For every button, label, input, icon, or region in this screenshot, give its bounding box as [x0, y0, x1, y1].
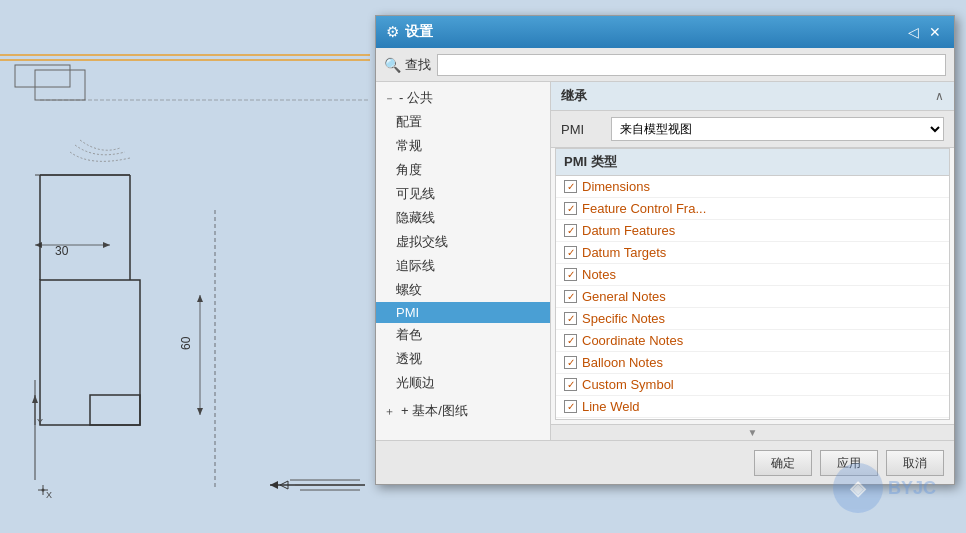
svg-marker-12: [197, 295, 203, 302]
dialog-title-buttons: ◁ ✕: [904, 23, 944, 41]
svg-text:X: X: [46, 490, 52, 500]
settings-dialog: ⚙ 设置 ◁ ✕ 🔍 查找 － - 公共 配置 常规: [375, 15, 955, 485]
expand-arrow[interactable]: ▼: [551, 424, 954, 440]
confirm-button[interactable]: 确定: [754, 450, 812, 476]
pmi-label: PMI: [561, 122, 601, 137]
tree-section-common-label: - 公共: [399, 89, 433, 107]
pmi-checkbox-datum-targets[interactable]: [564, 246, 577, 259]
tree-item-kejianxian[interactable]: 可见线: [376, 182, 550, 206]
svg-marker-8: [35, 242, 42, 248]
tree-item-peizhi[interactable]: 配置: [376, 110, 550, 134]
dialog-title: 设置: [405, 23, 433, 41]
pmi-item-dimensions[interactable]: Dimensions: [556, 176, 949, 198]
pmi-item-datum-features[interactable]: Datum Features: [556, 220, 949, 242]
gear-icon: ⚙: [386, 23, 399, 41]
pmi-checkbox-coordinate-notes[interactable]: [564, 334, 577, 347]
pmi-checkbox-notes[interactable]: [564, 268, 577, 281]
pmi-item-label-balloon-notes: Balloon Notes: [582, 355, 663, 370]
tree-item-luowen[interactable]: 螺纹: [376, 278, 550, 302]
tree-item-pmi[interactable]: PMI: [376, 302, 550, 323]
svg-text:Y: Y: [37, 417, 43, 427]
watermark-text: BYJC: [888, 478, 936, 499]
pmi-checkbox-general-notes[interactable]: [564, 290, 577, 303]
svg-marker-13: [197, 408, 203, 415]
tree-section-common[interactable]: － - 公共: [376, 86, 550, 110]
pmi-checkbox-dimensions[interactable]: [564, 180, 577, 193]
pmi-item-balloon-notes[interactable]: Balloon Notes: [556, 352, 949, 374]
dialog-content: － - 公共 配置 常规 角度 可见线 隐藏线 虚拟交线 追际: [376, 82, 954, 440]
svg-marker-9: [103, 242, 110, 248]
tree-item-zhuose[interactable]: 着色: [376, 323, 550, 347]
pmi-checkbox-feature-control[interactable]: [564, 202, 577, 215]
inherit-header[interactable]: 继承 ∧: [551, 82, 954, 111]
pmi-item-label-notes: Notes: [582, 267, 616, 282]
pmi-item-label-feature-control: Feature Control Fra...: [582, 201, 706, 216]
pmi-select[interactable]: 来自模型视图 全部 无: [611, 117, 944, 141]
tree-section-basic-label: + 基本/图纸: [401, 402, 468, 420]
tree-item-changgui[interactable]: 常规: [376, 134, 550, 158]
pmi-item-label-datum-targets: Datum Targets: [582, 245, 666, 260]
pmi-item-feature-control[interactable]: Feature Control Fra...: [556, 198, 949, 220]
svg-rect-15: [90, 395, 140, 425]
tree-item-jiaodu[interactable]: 角度: [376, 158, 550, 182]
pmi-item-label-dimensions: Dimensions: [582, 179, 650, 194]
pmi-item-custom-symbol[interactable]: Custom Symbol: [556, 374, 949, 396]
minus-icon: －: [384, 91, 395, 106]
svg-point-29: [42, 489, 45, 492]
svg-text:30: 30: [55, 244, 69, 258]
tree-panel: － - 公共 配置 常规 角度 可见线 隐藏线 虚拟交线 追际: [376, 82, 551, 440]
pmi-item-specific-notes[interactable]: Specific Notes: [556, 308, 949, 330]
watermark-circle: ◈: [833, 463, 883, 513]
search-bar: 🔍 查找: [376, 48, 954, 82]
tree-item-toushi[interactable]: 透视: [376, 347, 550, 371]
pmi-item-material-specification[interactable]: Material Specification: [556, 418, 949, 419]
dialog-titlebar: ⚙ 设置 ◁ ✕: [376, 16, 954, 48]
tree-item-xunijiaoxian[interactable]: 虚拟交线: [376, 230, 550, 254]
pmi-item-notes[interactable]: Notes: [556, 264, 949, 286]
svg-marker-31: [32, 395, 38, 403]
cad-drawing: 30 60 X: [0, 0, 370, 533]
search-input[interactable]: [437, 54, 946, 76]
watermark: ◈ BYJC: [833, 463, 936, 513]
search-label: 查找: [405, 56, 431, 74]
svg-rect-33: [15, 65, 70, 87]
inherit-section: 继承 ∧ PMI 来自模型视图 全部 无: [551, 82, 954, 148]
plus-icon: ＋: [384, 404, 395, 419]
pmi-item-label-datum-features: Datum Features: [582, 223, 675, 238]
pmi-item-line-weld[interactable]: Line Weld: [556, 396, 949, 418]
pmi-checkbox-datum-features[interactable]: [564, 224, 577, 237]
pmi-item-label-coordinate-notes: Coordinate Notes: [582, 333, 683, 348]
pmi-checkbox-line-weld[interactable]: [564, 400, 577, 413]
svg-rect-3: [35, 70, 85, 100]
svg-marker-24: [270, 481, 278, 489]
pmi-checkbox-balloon-notes[interactable]: [564, 356, 577, 369]
pmi-checkbox-custom-symbol[interactable]: [564, 378, 577, 391]
pmi-item-general-notes[interactable]: General Notes: [556, 286, 949, 308]
tree-section-basic[interactable]: ＋ + 基本/图纸: [376, 399, 550, 423]
tree-item-guangshunbian[interactable]: 光顺边: [376, 371, 550, 395]
pmi-item-label-custom-symbol: Custom Symbol: [582, 377, 674, 392]
svg-text:60: 60: [179, 336, 193, 350]
search-icon-container: 🔍 查找: [384, 56, 431, 74]
inherit-title: 继承: [561, 87, 587, 105]
tree-item-zhuijiхian[interactable]: 追际线: [376, 254, 550, 278]
tree-item-yincangxian[interactable]: 隐藏线: [376, 206, 550, 230]
pmi-item-coordinate-notes[interactable]: Coordinate Notes: [556, 330, 949, 352]
pmi-checkbox-specific-notes[interactable]: [564, 312, 577, 325]
pmi-select-row: PMI 来自模型视图 全部 无: [551, 111, 954, 147]
pmi-type-header: PMI 类型: [556, 149, 949, 176]
pmi-item-label-specific-notes: Specific Notes: [582, 311, 665, 326]
pmi-table-body[interactable]: Dimensions Feature Control Fra... Datum …: [556, 176, 949, 419]
close-button[interactable]: ✕: [926, 23, 944, 41]
restore-button[interactable]: ◁: [904, 23, 922, 41]
pmi-item-label-general-notes: General Notes: [582, 289, 666, 304]
pmi-item-label-line-weld: Line Weld: [582, 399, 640, 414]
magnifier-icon: 🔍: [384, 57, 401, 73]
chevron-up-icon: ∧: [935, 89, 944, 103]
dialog-title-left: ⚙ 设置: [386, 23, 433, 41]
pmi-item-datum-targets[interactable]: Datum Targets: [556, 242, 949, 264]
right-panel: 继承 ∧ PMI 来自模型视图 全部 无 PMI 类型: [551, 82, 954, 440]
pmi-type-table: PMI 类型 Dimensions Feature Control Fra...: [555, 148, 950, 420]
